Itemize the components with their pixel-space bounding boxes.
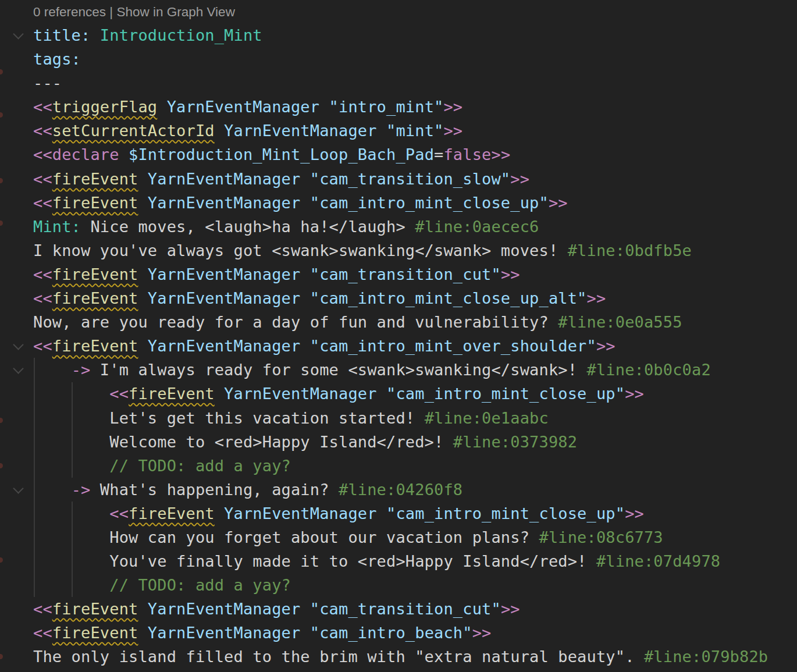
code-token: >>: [625, 385, 644, 403]
code-token: tags:: [33, 50, 81, 68]
code-token: fireEvent: [52, 265, 138, 283]
code-token: fireEvent: [52, 600, 138, 618]
code-editor[interactable]: 0 references | Show in Graph View title:…: [0, 0, 797, 672]
code-line[interactable]: // TODO: add a yay?: [0, 573, 797, 597]
code-token: triggerFlag: [52, 98, 157, 116]
fold-chevron-icon[interactable]: [13, 483, 23, 493]
code-token: #line:0e0a555: [558, 313, 682, 331]
code-line[interactable]: -> What's happening, again? #line:04260f…: [0, 478, 797, 502]
code-token: YarnEventManager "cam_transition_slow": [138, 170, 510, 188]
code-token: I know you've always got <swank>swanking…: [33, 241, 568, 259]
code-token: #line:04260f8: [339, 481, 462, 499]
code-token: <<: [33, 289, 52, 307]
code-token: Let's get this vacation started!: [33, 409, 425, 427]
code-token: #line:0373982: [453, 433, 577, 451]
code-token: YarnEventManager "cam_intro_beach": [138, 624, 472, 642]
code-token: title:: [33, 26, 90, 44]
code-token: The only island filled to the brim with …: [33, 648, 644, 666]
codelens-show-in-graph-view-link[interactable]: Show in Graph View: [116, 5, 234, 20]
code-token: fireEvent: [52, 337, 138, 355]
code-token: >>: [549, 194, 568, 212]
code-token: >>: [443, 98, 462, 116]
code-token: <<: [33, 122, 52, 140]
code-token: >>: [625, 504, 644, 522]
code-token: YarnEventManager "cam_intro_mint_close_u…: [215, 385, 625, 403]
code-line[interactable]: -> I'm always ready for some <swank>swan…: [0, 358, 797, 382]
code-line[interactable]: ---: [0, 71, 797, 95]
code-token: false: [443, 145, 491, 163]
code-token: ->: [72, 481, 91, 499]
code-token: <<: [33, 194, 52, 212]
code-token: <<: [109, 504, 129, 522]
code-token: declare: [52, 145, 119, 163]
code-token: YarnEventManager "cam_intro_mint_close_u…: [138, 194, 548, 212]
code-token: fireEvent: [52, 194, 138, 212]
code-token: [90, 26, 99, 44]
code-line[interactable]: You've finally made it to <red>Happy Isl…: [0, 549, 797, 573]
code-line[interactable]: I know you've always got <swank>swanking…: [0, 239, 797, 262]
code-line[interactable]: <<fireEvent YarnEventManager "cam_transi…: [0, 167, 797, 191]
code-token: Mint:: [33, 218, 81, 236]
codelens-separator: |: [106, 5, 116, 20]
code-line[interactable]: // TODO: add a yay?: [0, 454, 797, 478]
code-token: >>: [472, 624, 492, 642]
code-token: setCurrentActorId: [52, 122, 215, 140]
code-token: You've finally made it to <red>Happy Isl…: [33, 552, 596, 570]
code-token: Now, are you ready for a day of fun and …: [33, 313, 558, 331]
code-token: <<: [33, 337, 52, 355]
fold-chevron-icon[interactable]: [13, 340, 23, 350]
code-token: $Introduction_Mint_Loop_Bach_Pad: [129, 145, 434, 163]
code-line[interactable]: <<fireEvent YarnEventManager "cam_transi…: [0, 262, 797, 286]
indent-guide: [72, 382, 73, 478]
code-line[interactable]: <<declare $Introduction_Mint_Loop_Bach_P…: [0, 143, 797, 166]
code-lines: title: Introduction_Minttags:---<<trigge…: [0, 23, 797, 669]
code-token: What's happening, again?: [90, 481, 339, 499]
code-line[interactable]: The only island filled to the brim with …: [0, 645, 797, 669]
code-token: fireEvent: [129, 504, 215, 522]
code-token: How can you forget about our vacation pl…: [33, 528, 539, 546]
code-token: fireEvent: [52, 170, 138, 188]
codelens-bar: 0 references | Show in Graph View: [33, 0, 235, 24]
code-line[interactable]: <<fireEvent YarnEventManager "cam_intro_…: [0, 191, 797, 215]
code-token: ->: [72, 361, 91, 379]
code-line[interactable]: <<fireEvent YarnEventManager "cam_intro_…: [0, 382, 797, 406]
codelens-references-link[interactable]: 0 references: [33, 5, 106, 20]
fold-chevron-icon[interactable]: [13, 364, 23, 374]
code-line[interactable]: Mint: Nice moves, <laugh>ha ha!</laugh> …: [0, 215, 797, 239]
code-token: Welcome to <red>Happy Island</red>!: [33, 433, 453, 451]
code-token: YarnEventManager "cam_intro_mint_close_u…: [215, 504, 625, 522]
code-token: [33, 481, 72, 499]
code-line[interactable]: <<fireEvent YarnEventManager "cam_intro_…: [0, 621, 797, 645]
code-token: fireEvent: [52, 289, 138, 307]
code-line[interactable]: Now, are you ready for a day of fun and …: [0, 310, 797, 334]
code-line[interactable]: <<triggerFlag YarnEventManager "intro_mi…: [0, 95, 797, 119]
indent-guide: [72, 502, 73, 597]
code-token: [119, 145, 129, 163]
code-line[interactable]: <<setCurrentActorId YarnEventManager "mi…: [0, 119, 797, 143]
code-line[interactable]: How can you forget about our vacation pl…: [0, 525, 797, 549]
code-token: YarnEventManager "intro_mint": [157, 98, 443, 116]
code-token: <<: [33, 145, 52, 163]
fold-chevron-icon[interactable]: [13, 29, 23, 39]
code-line[interactable]: tags:: [0, 47, 797, 71]
code-token: <<: [33, 98, 52, 116]
code-line[interactable]: title: Introduction_Mint: [0, 23, 797, 47]
code-token: <<: [33, 624, 52, 642]
code-line[interactable]: Let's get this vacation started! #line:0…: [0, 406, 797, 430]
code-token: // TODO: add a yay?: [109, 576, 291, 594]
code-token: #line:079b82b: [644, 648, 768, 666]
code-line[interactable]: <<fireEvent YarnEventManager "cam_intro_…: [0, 286, 797, 310]
code-line[interactable]: <<fireEvent YarnEventManager "cam_intro_…: [0, 334, 797, 358]
code-token: YarnEventManager "cam_transition_cut": [138, 265, 500, 283]
code-line[interactable]: <<fireEvent YarnEventManager "cam_intro_…: [0, 502, 797, 525]
code-token: >>: [501, 265, 520, 283]
code-token: ---: [33, 74, 62, 92]
code-token: #line:0b0c0a2: [587, 361, 711, 379]
code-line[interactable]: Welcome to <red>Happy Island</red>! #lin…: [0, 430, 797, 454]
code-line[interactable]: <<fireEvent YarnEventManager "cam_transi…: [0, 597, 797, 621]
code-token: >>: [596, 337, 615, 355]
code-token: <<: [109, 385, 129, 403]
code-token: <<: [33, 600, 52, 618]
code-token: I'm always ready for some <swank>swankin…: [90, 361, 586, 379]
code-token: #line:0aecec6: [415, 218, 539, 236]
